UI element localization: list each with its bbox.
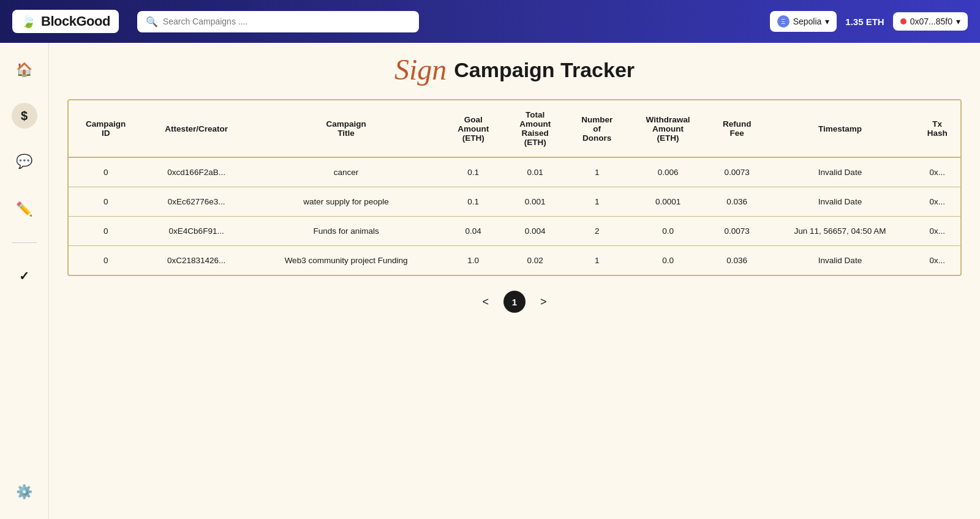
sidebar-item-chat[interactable]: 💬 xyxy=(10,147,39,176)
prev-page-button[interactable]: < xyxy=(477,293,494,311)
table-cell: Invalid Date xyxy=(766,246,914,275)
sidebar-item-home[interactable]: 🏠 xyxy=(10,55,39,84)
table-cell: Funds for animals xyxy=(250,217,442,246)
table-cell: Jun 11, 56657, 04:50 AM xyxy=(766,217,914,246)
next-page-button[interactable]: > xyxy=(535,293,552,311)
table-cell: 0.0073 xyxy=(708,157,766,187)
table-row: 00xE4Cb6F91...Funds for animals0.040.004… xyxy=(69,217,960,246)
table-cell: 0.0001 xyxy=(628,187,708,217)
network-chevron-icon: ▾ xyxy=(825,17,829,26)
network-button[interactable]: Ξ Sepolia ▾ xyxy=(770,11,837,32)
table-cell: 1 xyxy=(566,187,628,217)
search-bar[interactable]: 🔍 xyxy=(137,11,419,32)
table-cell: Invalid Date xyxy=(766,187,914,217)
topbar-right: Ξ Sepolia ▾ 1.35 ETH 0x07...85f0 ▾ xyxy=(770,11,968,32)
sidebar-item-settings[interactable]: ⚙️ xyxy=(10,477,39,507)
page-title-row: Sign Campaign Tracker xyxy=(67,55,962,84)
table-cell: 0.1 xyxy=(442,157,504,187)
table-cell: 0x... xyxy=(914,187,961,217)
table-cell: 0.0 xyxy=(628,217,708,246)
table-cell: 0xC21831426... xyxy=(143,246,250,275)
table-cell: Invalid Date xyxy=(766,157,914,187)
sidebar: 🏠 $ 💬 ✏️ ✓ ⚙️ xyxy=(0,43,49,519)
table-cell: 0 xyxy=(69,157,143,187)
main-content: Sign Campaign Tracker CampaignID Atteste… xyxy=(49,43,980,519)
col-header-tx-hash: TxHash xyxy=(914,100,961,157)
table-cell: 0.04 xyxy=(442,217,504,246)
col-header-campaign-id: CampaignID xyxy=(69,100,143,157)
table-cell: 0.0 xyxy=(628,246,708,275)
table-header-row: CampaignID Attester/Creator CampaignTitl… xyxy=(69,100,960,157)
wallet-button[interactable]: 0x07...85f0 ▾ xyxy=(893,12,968,31)
logo-icon: 🍃 xyxy=(21,14,36,29)
network-label: Sepolia xyxy=(793,17,822,26)
col-header-refund-fee: RefundFee xyxy=(708,100,766,157)
table-row: 00xcd166F2aB...cancer0.10.0110.0060.0073… xyxy=(69,157,960,187)
table-cell: 0.036 xyxy=(708,187,766,217)
table-cell: 0xE4Cb6F91... xyxy=(143,217,250,246)
table-cell: water supply for people xyxy=(250,187,442,217)
table-cell: 0.001 xyxy=(504,187,566,217)
table-row: 00xEc62776e3...water supply for people0.… xyxy=(69,187,960,217)
eth-balance: 1.35 ETH xyxy=(845,17,884,27)
pagination: < 1 > xyxy=(67,291,962,313)
logo-text: BlockGood xyxy=(41,13,110,29)
table-cell: 0.004 xyxy=(504,217,566,246)
col-header-raised: TotalAmountRaised(ETH) xyxy=(504,100,566,157)
col-header-goal: GoalAmount(ETH) xyxy=(442,100,504,157)
search-icon: 🔍 xyxy=(146,16,158,28)
table-cell: Web3 community project Funding xyxy=(250,246,442,275)
table-cell: 0 xyxy=(69,217,143,246)
network-icon: Ξ xyxy=(777,15,790,28)
col-header-donors: NumberofDonors xyxy=(566,100,628,157)
col-header-campaign-title: CampaignTitle xyxy=(250,100,442,157)
table-cell: 0.1 xyxy=(442,187,504,217)
table-cell: cancer xyxy=(250,157,442,187)
sidebar-item-donations[interactable]: $ xyxy=(12,103,37,129)
col-header-withdrawal: WithdrawalAmount(ETH) xyxy=(628,100,708,157)
table-cell: 1 xyxy=(566,246,628,275)
table-cell: 0.01 xyxy=(504,157,566,187)
table-cell: 0x... xyxy=(914,217,961,246)
table-cell: 0x... xyxy=(914,157,961,187)
col-header-attester: Attester/Creator xyxy=(143,100,250,157)
topbar: 🍃 BlockGood 🔍 Ξ Sepolia ▾ 1.35 ETH 0x07.… xyxy=(0,0,980,43)
table-cell: 1.0 xyxy=(442,246,504,275)
table-cell: 0.006 xyxy=(628,157,708,187)
sign-logo: Sign xyxy=(394,55,447,84)
table-cell: 0x... xyxy=(914,246,961,275)
table-cell: 2 xyxy=(566,217,628,246)
current-page: 1 xyxy=(503,291,526,313)
app-body: 🏠 $ 💬 ✏️ ✓ ⚙️ Sign Campaign Tracker Camp… xyxy=(0,43,980,519)
page-title: Campaign Tracker xyxy=(454,58,635,82)
table-cell: 0xEc62776e3... xyxy=(143,187,250,217)
table-cell: 1 xyxy=(566,157,628,187)
sidebar-item-check[interactable]: ✓ xyxy=(10,261,39,291)
table-cell: 0xcd166F2aB... xyxy=(143,157,250,187)
logo[interactable]: 🍃 BlockGood xyxy=(12,10,119,33)
campaign-table: CampaignID Attester/Creator CampaignTitl… xyxy=(69,100,960,275)
table-cell: 0 xyxy=(69,246,143,275)
table-cell: 0.02 xyxy=(504,246,566,275)
wallet-status-icon xyxy=(900,18,907,24)
table-cell: 0 xyxy=(69,187,143,217)
search-input[interactable] xyxy=(163,17,410,26)
table-row: 00xC21831426...Web3 community project Fu… xyxy=(69,246,960,275)
wallet-chevron-icon: ▾ xyxy=(956,17,960,26)
table-cell: 0.036 xyxy=(708,246,766,275)
sidebar-item-edit[interactable]: ✏️ xyxy=(10,195,39,224)
col-header-timestamp: Timestamp xyxy=(766,100,914,157)
wallet-address: 0x07...85f0 xyxy=(910,17,952,26)
sidebar-divider xyxy=(12,242,37,243)
table-cell: 0.0073 xyxy=(708,217,766,246)
campaign-table-container: CampaignID Attester/Creator CampaignTitl… xyxy=(67,99,962,276)
